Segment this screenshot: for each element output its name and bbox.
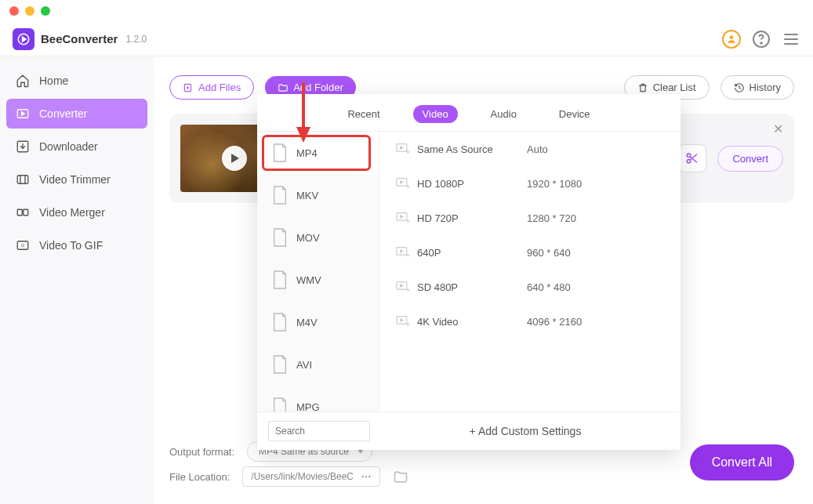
svg-point-34 xyxy=(408,289,409,291)
resolution-item[interactable]: Same As Source Auto xyxy=(379,132,681,166)
svg-text:G: G xyxy=(21,243,24,248)
svg-point-31 xyxy=(408,255,409,256)
svg-point-4 xyxy=(760,42,762,44)
popup-tabs: Recent Video Audio Device xyxy=(257,94,681,132)
format-item-wmv[interactable]: WMV xyxy=(257,259,379,301)
output-format-label: Output format: xyxy=(169,446,234,458)
convert-all-button[interactable]: Convert All xyxy=(690,444,794,480)
resolution-item[interactable]: 4K Video 4096 * 2160 xyxy=(379,304,681,339)
resolution-dim: 1280 * 720 xyxy=(527,212,576,224)
tab-recent[interactable]: Recent xyxy=(338,105,389,123)
resolution-list: Same As Source Auto HD 1080P 1920 * 1080… xyxy=(379,132,681,412)
sidebar-item-gif[interactable]: G Video To GIF xyxy=(6,230,147,260)
format-label: MP4 xyxy=(296,147,318,159)
video-preset-icon xyxy=(395,177,417,190)
resolution-name: Same As Source xyxy=(417,143,527,155)
file-location-box: /Users/link/Movies/BeeC ··· xyxy=(242,466,380,487)
resolution-dim: Auto xyxy=(527,143,548,155)
sidebar-item-label: Downloader xyxy=(39,140,98,153)
menu-icon[interactable] xyxy=(782,30,800,49)
add-custom-settings-button[interactable]: + Add Custom Settings xyxy=(459,420,593,442)
open-folder-icon[interactable] xyxy=(393,470,408,484)
history-label: History xyxy=(749,82,781,93)
svg-marker-30 xyxy=(401,250,403,252)
history-button[interactable]: History xyxy=(720,75,794,100)
user-account-icon[interactable] xyxy=(722,30,741,49)
convert-all-label: Convert All xyxy=(712,455,772,469)
minimize-window-icon[interactable] xyxy=(25,6,34,16)
resolution-name: 640P xyxy=(417,247,527,259)
sidebar-item-converter[interactable]: Converter xyxy=(6,99,147,129)
tab-device[interactable]: Device xyxy=(550,105,600,123)
svg-point-22 xyxy=(408,151,409,153)
format-item-mpg[interactable]: MPG xyxy=(257,386,379,412)
close-window-icon[interactable] xyxy=(9,6,19,16)
format-item-mov[interactable]: MOV xyxy=(257,216,379,259)
help-icon[interactable] xyxy=(752,30,771,49)
more-options-icon[interactable]: ··· xyxy=(361,471,372,482)
format-item-mp4[interactable]: MP4 xyxy=(257,132,379,174)
format-item-m4v[interactable]: M4V xyxy=(257,301,379,343)
resolution-name: 4K Video xyxy=(417,316,527,328)
resolution-item[interactable]: HD 1080P 1920 * 1080 xyxy=(379,166,681,201)
trimmer-icon xyxy=(16,172,30,187)
app-name: BeeConverter xyxy=(41,32,118,45)
sidebar-item-home[interactable]: Home xyxy=(6,66,147,96)
svg-point-28 xyxy=(408,220,409,222)
file-location-label: File Location: xyxy=(169,471,230,483)
resolution-name: HD 720P xyxy=(417,212,527,224)
file-location-value: /Users/link/Movies/BeeC xyxy=(251,471,354,482)
resolution-item[interactable]: HD 720P 1280 * 720 xyxy=(379,201,681,235)
video-preset-icon xyxy=(395,315,417,328)
video-preset-icon xyxy=(395,281,417,293)
format-item-mkv[interactable]: MKV xyxy=(257,174,379,216)
resolution-item[interactable]: 640P 960 * 640 xyxy=(379,235,681,270)
clear-list-label: Clear List xyxy=(653,82,696,93)
svg-marker-27 xyxy=(401,216,403,218)
tab-video[interactable]: Video xyxy=(413,105,458,123)
gif-icon: G xyxy=(16,238,30,252)
app-header: BeeConverter 1.2.0 xyxy=(0,22,813,56)
converter-icon xyxy=(16,107,30,121)
add-folder-label: Add Folder xyxy=(293,82,343,93)
trim-button[interactable] xyxy=(678,144,706,172)
video-preset-icon xyxy=(395,143,417,155)
resolution-item[interactable]: SD 480P 640 * 480 xyxy=(379,270,681,304)
add-files-button[interactable]: Add Files xyxy=(169,75,254,100)
convert-button[interactable]: Convert xyxy=(717,146,783,172)
sidebar-item-downloader[interactable]: Downloader xyxy=(6,132,147,161)
format-label: WMV xyxy=(296,274,321,286)
svg-rect-10 xyxy=(24,209,28,216)
svg-marker-1 xyxy=(23,37,27,42)
maximize-window-icon[interactable] xyxy=(41,6,50,16)
svg-point-2 xyxy=(730,35,734,39)
add-files-label: Add Files xyxy=(198,82,241,93)
resolution-name: SD 480P xyxy=(417,281,527,293)
format-label: MKV xyxy=(296,190,318,201)
format-search-input[interactable] xyxy=(268,421,370,441)
svg-rect-9 xyxy=(17,209,22,216)
resolution-dim: 1920 * 1080 xyxy=(527,178,582,190)
svg-marker-33 xyxy=(401,285,403,287)
svg-point-25 xyxy=(408,186,409,187)
tab-audio[interactable]: Audio xyxy=(481,105,526,123)
sidebar-item-label: Video Merger xyxy=(39,206,105,219)
format-item-avi[interactable]: AVI xyxy=(257,343,379,386)
popup-footer: + Add Custom Settings xyxy=(257,412,681,450)
format-label: MPG xyxy=(296,401,320,412)
sidebar-item-label: Video To GIF xyxy=(39,239,103,252)
svg-marker-21 xyxy=(401,147,403,149)
app-version: 1.2.0 xyxy=(125,34,147,45)
merger-icon xyxy=(16,205,30,219)
remove-file-icon[interactable]: ✕ xyxy=(773,121,783,136)
app-logo-icon xyxy=(13,28,34,50)
play-icon[interactable] xyxy=(222,146,247,171)
download-icon xyxy=(16,140,30,154)
sidebar-item-merger[interactable]: Video Merger xyxy=(6,198,147,227)
format-list: MP4 MKV MOV WMV M4V AVI xyxy=(257,132,379,412)
format-label: M4V xyxy=(296,317,318,328)
sidebar-item-label: Video Trimmer xyxy=(39,173,111,186)
sidebar-item-trimmer[interactable]: Video Trimmer xyxy=(6,165,147,194)
svg-marker-36 xyxy=(401,319,403,321)
format-popup: Recent Video Audio Device MP4 MKV MOV WM… xyxy=(257,94,681,450)
